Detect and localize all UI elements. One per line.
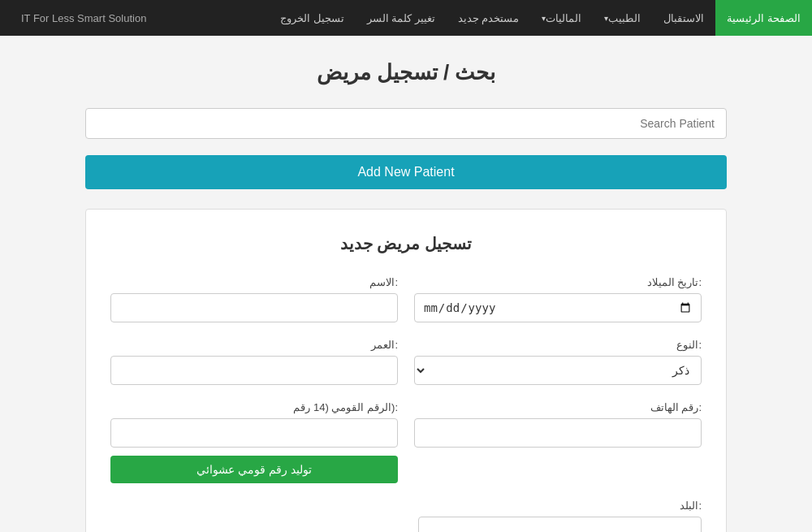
gender-label: :النوع [414, 339, 702, 351]
phone-label: :رقم الهاتف [414, 401, 702, 413]
dob-input[interactable] [414, 293, 702, 322]
page-container: بحث / تسجيل مريض Add New Patient تسجيل م… [73, 36, 739, 532]
nav-home[interactable]: الصفحة الرئيسية [715, 0, 812, 36]
form-row-1: :تاريخ الميلاد :الاسم [110, 276, 702, 322]
national-id-group: :(الرقم القومي (14 رقم توليد رقم قومي عش… [110, 401, 398, 483]
nav-reception[interactable]: الاستقبال [652, 0, 715, 36]
name-group: :الاسم [110, 276, 398, 322]
nav-logout[interactable]: تسجيل الخروج [269, 0, 356, 36]
form-row-3: :رقم الهاتف :(الرقم القومي (14 رقم توليد… [110, 401, 702, 483]
registration-form-card: تسجيل مريض جديد :تاريخ الميلاد :الاسم :ا… [85, 209, 727, 532]
dob-label: :تاريخ الميلاد [414, 276, 702, 288]
brand-label: IT For Less Smart Solution [10, 12, 158, 24]
add-new-patient-button[interactable]: Add New Patient [85, 155, 727, 189]
age-group: :العمر [110, 339, 398, 385]
nav-new-user[interactable]: مستخدم جديد [447, 0, 531, 36]
dob-group: :تاريخ الميلاد [414, 276, 702, 322]
page-title: بحث / تسجيل مريض [85, 60, 727, 85]
form-title: تسجيل مريض جديد [110, 234, 702, 253]
nav-doctor[interactable]: الطبيب [593, 0, 652, 36]
random-id-button[interactable]: توليد رقم قومي عشوائي [110, 456, 398, 483]
city-label: :البلد [418, 500, 702, 512]
form-row-2: :النوع ذكر أنثى :العمر [110, 339, 702, 385]
name-label: :الاسم [110, 276, 398, 288]
city-input[interactable] [418, 517, 702, 532]
age-label: :العمر [110, 339, 398, 351]
nav-change-password[interactable]: تغيير كلمة السر [356, 0, 447, 36]
city-group: :البلد [418, 500, 702, 532]
age-input[interactable] [110, 356, 398, 385]
nav-finance[interactable]: الماليات [530, 0, 593, 36]
gender-group: :النوع ذكر أنثى [414, 339, 702, 385]
navbar: الصفحة الرئيسية الاستقبال الطبيب الماليا… [0, 0, 812, 36]
gender-select[interactable]: ذكر أنثى [414, 356, 702, 385]
form-row-4: :البلد [110, 500, 702, 532]
national-id-label: :(الرقم القومي (14 رقم [110, 401, 398, 413]
search-patient-input[interactable] [85, 108, 727, 139]
name-input[interactable] [110, 293, 398, 322]
national-id-input[interactable] [110, 418, 398, 448]
phone-input[interactable] [414, 418, 702, 448]
phone-group: :رقم الهاتف [414, 401, 702, 448]
navbar-left: الصفحة الرئيسية الاستقبال الطبيب الماليا… [269, 0, 812, 36]
